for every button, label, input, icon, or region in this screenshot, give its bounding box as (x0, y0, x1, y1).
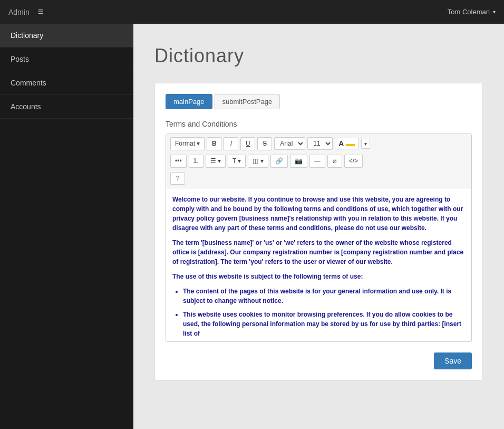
fullscreen-btn[interactable]: ⧄ (327, 155, 342, 168)
code-btn[interactable]: </> (344, 155, 363, 168)
layout: Dictionary Posts Comments Accounts Dicti… (0, 24, 504, 429)
sidebar-item-comments[interactable]: Comments (0, 71, 133, 95)
sidebar-item-accounts[interactable]: Accounts (0, 95, 133, 119)
content-paragraph-1: Welcome to our website. If you continue … (172, 195, 465, 233)
top-bar: Admin ≡ Tom Coleman ▾ (0, 0, 504, 24)
tab-mainpage[interactable]: mainPage (166, 94, 212, 109)
editor-wrapper: Format ▾ B I U S Arial (166, 134, 472, 342)
section-label: Terms and Conditions (166, 120, 472, 128)
save-button[interactable]: Save (434, 352, 472, 369)
color-bar (346, 144, 355, 146)
font-color-btn[interactable]: A (335, 138, 358, 149)
toolbar: Format ▾ B I U S Arial (166, 134, 471, 188)
toolbar-row-3: ? (170, 172, 467, 185)
list-item-2: This website uses cookies to monitor bro… (183, 310, 465, 338)
tabs: mainPage submitPostPage (166, 94, 472, 109)
content-paragraph-2: The term '[business name]' or 'us' or 'w… (172, 238, 465, 266)
user-menu[interactable]: Tom Coleman ▾ (448, 8, 496, 16)
content-paragraph-3: The use of this website is subject to th… (172, 272, 465, 281)
image-btn[interactable]: 📷 (290, 155, 307, 168)
list-item-1: The content of the pages of this website… (183, 287, 465, 306)
save-row: Save (166, 352, 472, 369)
toolbar-row-1: Format ▾ B I U S Arial (170, 137, 467, 150)
sidebar-item-posts[interactable]: Posts (0, 47, 133, 71)
hamburger-icon[interactable]: ≡ (38, 6, 44, 17)
color-dropdown-btn[interactable]: ▾ (361, 139, 370, 149)
top-bar-left: Admin ≡ (8, 6, 43, 17)
unordered-list-btn[interactable]: ••• (170, 155, 187, 168)
format-dropdown-btn[interactable]: Format ▾ (170, 137, 205, 150)
table-btn[interactable]: ◫ ▾ (248, 155, 268, 168)
bold-btn[interactable]: B (207, 137, 221, 150)
user-menu-arrow: ▾ (493, 9, 496, 15)
strikethrough-btn[interactable]: S (257, 137, 272, 150)
page-title: Dictionary (154, 45, 483, 67)
admin-title: Admin (8, 8, 30, 16)
heading-btn[interactable]: T ▾ (228, 155, 246, 168)
help-btn[interactable]: ? (170, 172, 185, 185)
tab-submitpostpage[interactable]: submitPostPage (215, 94, 280, 109)
toolbar-row-2: ••• 1. ☰ ▾ T ▾ ◫ ▾ 🔗 📷 — ⧄ </> (170, 155, 467, 168)
ordered-list-btn[interactable]: 1. (189, 155, 203, 168)
sidebar: Dictionary Posts Comments Accounts (0, 24, 133, 429)
user-name: Tom Coleman (448, 8, 490, 16)
sidebar-item-dictionary[interactable]: Dictionary (0, 24, 133, 47)
size-select[interactable]: 11 (307, 137, 333, 150)
card: mainPage submitPostPage Terms and Condit… (154, 83, 483, 380)
link-btn[interactable]: 🔗 (270, 155, 288, 168)
italic-btn[interactable]: I (224, 137, 238, 150)
editor-content[interactable]: Welcome to our website. If you continue … (166, 188, 471, 341)
align-btn[interactable]: ☰ ▾ (206, 155, 226, 168)
main-content: Dictionary mainPage submitPostPage Terms… (133, 24, 504, 429)
underline-btn[interactable]: U (240, 137, 255, 150)
font-select[interactable]: Arial (274, 137, 305, 150)
content-list: The content of the pages of this website… (183, 287, 465, 338)
hr-btn[interactable]: — (309, 155, 325, 168)
